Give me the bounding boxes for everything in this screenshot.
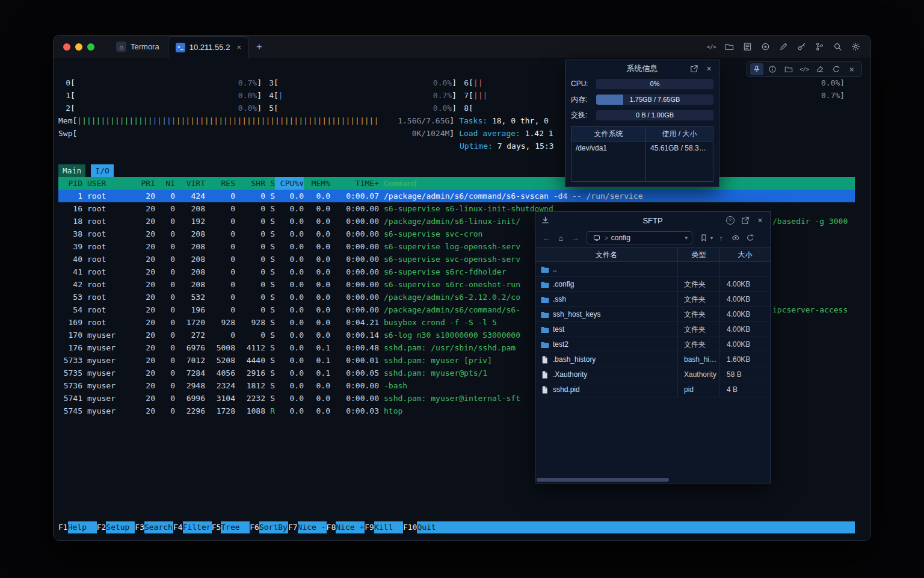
process-row-1[interactable]: 1root20042400S0.00.00:00.07/package/admi… xyxy=(58,190,855,202)
htop-view-tabs: Main I/O xyxy=(58,164,855,177)
fkey-f5[interactable]: F5 xyxy=(212,521,221,533)
bookmark-icon[interactable] xyxy=(697,232,710,244)
col-pri[interactable]: PRI xyxy=(129,177,155,190)
close-icon[interactable]: × xyxy=(704,64,714,74)
close-tab-icon[interactable]: × xyxy=(236,43,241,52)
htop-tab-main[interactable]: Main xyxy=(58,164,85,177)
file-size: 4 B xyxy=(720,382,770,397)
file-row-sshd.pid[interactable]: sshd.pidpid4 B xyxy=(535,382,770,397)
col-state[interactable]: S xyxy=(265,177,275,190)
path-input[interactable]: > config ▾ xyxy=(587,231,692,244)
file-row-.bash_history[interactable]: .bash_historybash_hi…1.60KB xyxy=(535,352,770,367)
terminal-view[interactable]: Main I/O PID USER PRI NI VIRT RES SHR S … xyxy=(54,58,870,540)
help-icon[interactable]: ? xyxy=(725,216,735,226)
code-icon[interactable]: </> xyxy=(798,63,811,75)
fkey-f7[interactable]: F7 xyxy=(288,521,298,533)
file-row-..[interactable]: .. xyxy=(535,262,770,277)
zoom-window-button[interactable] xyxy=(87,43,94,51)
log-icon[interactable] xyxy=(742,42,753,52)
htop-tab-io[interactable]: I/O xyxy=(91,164,113,177)
close-icon[interactable]: × xyxy=(755,216,765,226)
process-table-header[interactable]: PID USER PRI NI VIRT RES SHR S CPU%∨ MEM… xyxy=(58,177,855,190)
col-shr[interactable]: SHR xyxy=(235,177,265,190)
fkey-f5-label[interactable]: Tree xyxy=(221,521,250,533)
fs-device: /dev/vda1 xyxy=(571,141,646,156)
fkey-f7-label[interactable]: Nice - xyxy=(298,521,327,533)
download-icon[interactable] xyxy=(540,215,550,225)
pin-icon[interactable] xyxy=(750,63,763,75)
search-icon[interactable] xyxy=(833,42,843,52)
forward-icon[interactable]: → xyxy=(569,232,582,244)
cpu-meter-0: 0[0.7%] xyxy=(58,76,262,89)
clean-icon[interactable] xyxy=(813,63,827,75)
up-icon[interactable]: ↑ xyxy=(715,232,727,244)
fkey-f1-label[interactable]: Help xyxy=(68,521,97,533)
file-icon xyxy=(540,370,549,379)
code-icon[interactable]: </> xyxy=(706,42,716,52)
fkey-f4-label[interactable]: Filter xyxy=(183,521,212,533)
tab-session[interactable]: >_ 10.211.55.2 × xyxy=(168,36,249,58)
col-res[interactable]: RES xyxy=(205,177,235,190)
col-time[interactable]: TIME+ xyxy=(330,177,379,190)
file-row-.Xauthority[interactable]: .XauthorityXauthority58 B xyxy=(535,367,770,382)
info-icon[interactable] xyxy=(766,63,779,75)
tab-termora[interactable]: ⌂ Termora xyxy=(108,36,168,58)
fkey-f9-label[interactable]: Kill xyxy=(374,521,403,533)
fkey-f8[interactable]: F8 xyxy=(327,521,336,533)
bookmark-dropdown-icon[interactable]: ▾ xyxy=(710,235,713,241)
folder-icon[interactable] xyxy=(724,42,735,52)
fkey-f4[interactable]: F4 xyxy=(173,521,183,533)
open-external-icon[interactable] xyxy=(740,216,750,226)
minimize-window-button[interactable] xyxy=(75,43,82,51)
path-segment-config[interactable]: config xyxy=(611,234,630,242)
col-pid[interactable]: PID xyxy=(58,177,82,190)
refresh-icon[interactable] xyxy=(744,232,756,244)
file-row-ssh_host_keys[interactable]: ssh_host_keys文件夹4.00KB xyxy=(535,307,770,322)
close-window-button[interactable] xyxy=(63,43,70,51)
fkey-f6[interactable]: F6 xyxy=(250,521,259,533)
folder-icon[interactable] xyxy=(782,63,795,75)
eye-icon[interactable] xyxy=(729,232,742,244)
file-row-test2[interactable]: test2文件夹4.00KB xyxy=(535,337,770,352)
path-dropdown-icon[interactable]: ▾ xyxy=(685,235,688,241)
file-name: .bash_history xyxy=(553,352,596,367)
filesystem-row[interactable]: /dev/vda1 45.61GB / 58.3… xyxy=(571,141,713,156)
settings-icon[interactable] xyxy=(851,42,861,52)
branch-icon[interactable] xyxy=(815,42,825,52)
col-ni[interactable]: NI xyxy=(155,177,175,190)
fkey-f10-label[interactable]: Quit xyxy=(417,521,446,533)
col-user[interactable]: USER xyxy=(82,177,129,190)
fkey-f6-label[interactable]: SortBy xyxy=(259,521,288,533)
fkey-f2[interactable]: F2 xyxy=(97,521,106,533)
file-row-.ssh[interactable]: .ssh文件夹4.00KB xyxy=(535,292,770,307)
sftp-col-size[interactable]: 大小 xyxy=(720,247,770,261)
back-icon[interactable]: ← xyxy=(540,232,553,244)
refresh-icon[interactable] xyxy=(830,63,843,75)
fkey-f3[interactable]: F3 xyxy=(135,521,144,533)
close-icon[interactable]: × xyxy=(845,63,858,75)
scrollbar-thumb[interactable] xyxy=(537,478,669,482)
open-external-icon[interactable] xyxy=(689,64,699,74)
record-icon[interactable] xyxy=(760,42,771,52)
system-info-header[interactable]: 系统信息 × xyxy=(565,60,719,77)
key-icon[interactable] xyxy=(796,42,807,52)
col-cpu-sorted[interactable]: CPU%∨ xyxy=(275,177,304,190)
sftp-header[interactable]: SFTP ?× xyxy=(535,212,770,229)
home-icon[interactable]: ⌂ xyxy=(555,232,567,244)
horizontal-scrollbar[interactable] xyxy=(535,477,770,483)
file-row-test[interactable]: test文件夹4.00KB xyxy=(535,322,770,337)
fkey-f8-label[interactable]: Nice + xyxy=(336,521,365,533)
file-row-.config[interactable]: .config文件夹4.00KB xyxy=(535,277,770,292)
edit-icon[interactable] xyxy=(778,42,789,52)
fkey-f9[interactable]: F9 xyxy=(365,521,374,533)
sysinfo-metric-cpu: CPU:0% xyxy=(565,77,719,90)
col-virt[interactable]: VIRT xyxy=(175,177,205,190)
fkey-f1[interactable]: F1 xyxy=(58,521,68,533)
fkey-f3-label[interactable]: Search xyxy=(144,521,173,533)
new-tab-button[interactable]: + xyxy=(256,41,262,53)
fkey-f2-label[interactable]: Setup xyxy=(106,521,135,533)
fkey-f10[interactable]: F10 xyxy=(403,521,417,533)
sftp-col-name[interactable]: 文件名 xyxy=(535,247,678,261)
sftp-col-type[interactable]: 类型 xyxy=(678,247,720,261)
col-mem[interactable]: MEM% xyxy=(304,177,330,190)
